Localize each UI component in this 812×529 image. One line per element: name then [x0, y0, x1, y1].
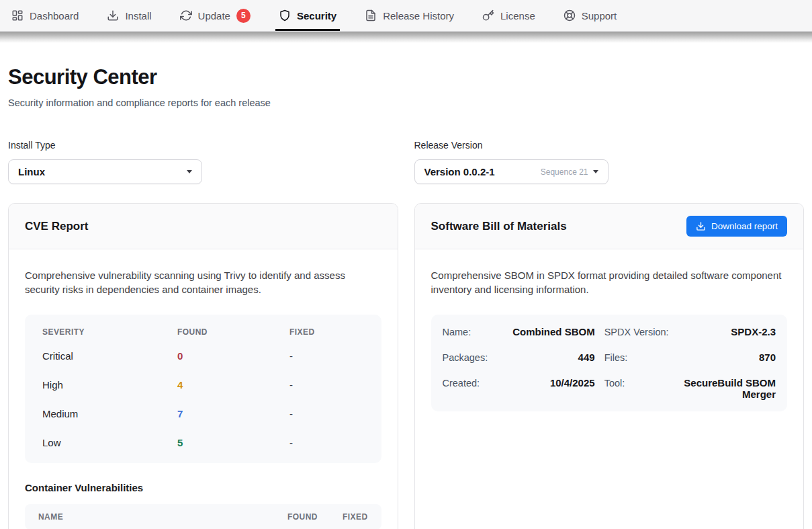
sbom-card-title: Software Bill of Materials [431, 220, 567, 233]
nav-item-update[interactable]: Update 5 [180, 0, 251, 31]
sbom-field-label: SPDX Version: [604, 327, 669, 337]
sbom-field-value: 10/4/2025 [497, 377, 594, 389]
filters-row: Install Type Linux Release Version Versi… [8, 140, 804, 184]
cve-report-card: CVE Report Comprehensive vulnerability s… [8, 203, 398, 529]
release-version-select[interactable]: Version 0.0.2-1 Sequence 21 [414, 159, 608, 184]
sbom-field-label: Created: [443, 378, 488, 389]
severity-table-header: SEVERITY FOUND FIXED [25, 327, 381, 341]
nav-label: Release History [383, 10, 454, 22]
install-type-label: Install Type [8, 140, 398, 151]
release-version-label: Release Version [414, 140, 805, 151]
install-type-select[interactable]: Linux [8, 159, 202, 184]
container-vulnerabilities-header: NAME FOUND FIXED [25, 504, 381, 529]
page-subtitle: Security information and compliance repo… [8, 97, 804, 108]
sbom-card: Software Bill of Materials Download repo… [414, 203, 805, 529]
update-count-badge: 5 [236, 9, 251, 23]
nav-label: License [500, 10, 535, 22]
release-version-value: Version 0.0.2-1 [424, 166, 495, 177]
cards-row: CVE Report Comprehensive vulnerability s… [8, 203, 804, 529]
nav-item-install[interactable]: Install [107, 0, 151, 31]
download-report-button[interactable]: Download report [686, 216, 787, 237]
sbom-card-body: Comprehensive SBOM in SPDX format provid… [415, 249, 804, 430]
found-value: 4 [177, 379, 289, 391]
top-nav: Dashboard Install Update 5 Security Rele… [0, 0, 812, 32]
download-icon [696, 221, 706, 231]
sequence-hint: Sequence 21 [541, 167, 588, 177]
found-value: 7 [177, 408, 289, 419]
key-icon [482, 9, 494, 22]
nav-label: Update [198, 10, 230, 22]
sbom-field-label: Packages: [443, 352, 488, 363]
cve-card-title: CVE Report [25, 220, 88, 233]
table-row-medium: Medium 7 - [25, 399, 381, 428]
file-text-icon [365, 9, 377, 22]
found-value: 0 [177, 350, 289, 362]
chevron-down-icon [187, 170, 192, 173]
table-row-low: Low 5 - [25, 428, 381, 457]
cve-card-header: CVE Report [9, 204, 398, 249]
table-row-high: High 4 - [25, 370, 381, 399]
sbom-field-value: 870 [678, 352, 776, 363]
nav-shadow-band [0, 32, 812, 43]
col-fixed: FIXED [289, 327, 364, 337]
table-row-critical: Critical 0 - [25, 341, 381, 370]
release-version-filter: Release Version Version 0.0.2-1 Sequence… [414, 140, 805, 184]
sbom-field-value: Combined SBOM [497, 326, 594, 337]
shield-icon [279, 9, 291, 22]
sbom-field-value: SPDX-2.3 [678, 326, 776, 337]
install-type-value: Linux [18, 166, 45, 177]
sbom-info-grid: Name: Combined SBOM SPDX Version: SPDX-2… [431, 315, 788, 411]
fixed-value: - [289, 379, 364, 391]
fixed-value: - [289, 408, 364, 419]
container-vulnerabilities-title: Container Vulnerabilities [25, 482, 381, 493]
fixed-value: - [289, 437, 364, 448]
download-report-label: Download report [711, 221, 778, 231]
sbom-field-label: Tool: [604, 378, 669, 389]
nav-label: Dashboard [30, 10, 79, 22]
page-title: Security Center [8, 65, 804, 89]
col-found: FOUND [287, 512, 318, 522]
nav-item-security[interactable]: Security [279, 0, 336, 31]
sbom-card-header: Software Bill of Materials Download repo… [415, 204, 804, 249]
col-severity: SEVERITY [42, 327, 177, 337]
nav-item-license[interactable]: License [482, 0, 535, 31]
col-name: NAME [38, 512, 263, 522]
chevron-down-icon [593, 170, 598, 173]
sbom-field-label: Name: [443, 327, 488, 337]
col-found: FOUND [177, 327, 289, 337]
install-type-filter: Install Type Linux [8, 140, 398, 184]
life-buoy-icon [563, 9, 576, 22]
cve-description: Comprehensive vulnerability scanning usi… [25, 268, 381, 297]
sbom-field-value: 449 [497, 352, 594, 363]
sbom-field-label: Files: [604, 352, 669, 363]
nav-label: Install [125, 10, 151, 22]
main-content: Security Center Security information and… [0, 65, 812, 529]
nav-item-release-history[interactable]: Release History [365, 0, 454, 31]
sbom-description: Comprehensive SBOM in SPDX format provid… [431, 268, 788, 297]
nav-label: Security [297, 10, 336, 22]
download-icon [107, 9, 119, 22]
nav-item-dashboard[interactable]: Dashboard [11, 0, 79, 31]
nav-item-support[interactable]: Support [563, 0, 617, 31]
dashboard-grid-icon [11, 9, 24, 22]
refresh-icon [180, 9, 192, 22]
found-value: 5 [177, 437, 289, 448]
fixed-value: - [289, 350, 364, 362]
cve-card-body: Comprehensive vulnerability scanning usi… [9, 249, 398, 529]
nav-label: Support [582, 10, 617, 22]
sbom-field-value: SecureBuild SBOM Merger [678, 377, 776, 400]
col-fixed: FIXED [343, 512, 368, 522]
severity-table: SEVERITY FOUND FIXED Critical 0 - High 4… [25, 315, 381, 463]
